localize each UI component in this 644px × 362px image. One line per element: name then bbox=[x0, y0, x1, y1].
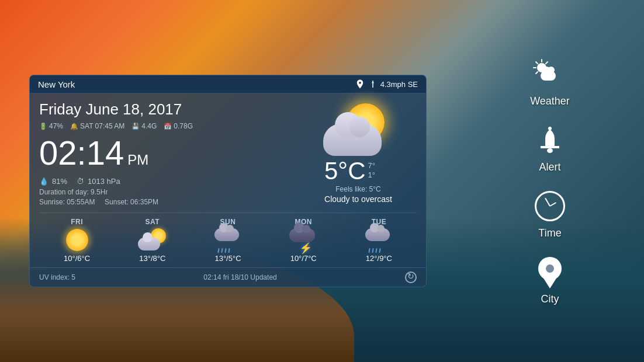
sidebar-item-alert[interactable]: Alert bbox=[512, 118, 588, 178]
status-row: 🔋 47% 🔔 SAT 07:45 AM 💾 4.4G 📅 bbox=[39, 122, 294, 130]
rain-drop-3 bbox=[224, 248, 226, 253]
weather-sidebar-icon bbox=[532, 57, 567, 92]
cloud-main bbox=[323, 124, 382, 156]
widget-footer: UV index: 5 02:14 fri 18/10 Updated bbox=[30, 267, 426, 287]
fri-label: FRI bbox=[71, 218, 83, 226]
city-sidebar-icon bbox=[532, 255, 567, 290]
forecast-sat: SAT 13°/8°C bbox=[115, 218, 190, 263]
fri-icon bbox=[63, 228, 92, 252]
tue-rain-drops bbox=[369, 248, 380, 253]
sat-temp: 13°/8°C bbox=[139, 254, 165, 263]
rain-drop-2 bbox=[221, 248, 223, 253]
weather-icon-container bbox=[532, 58, 567, 90]
fri-sun bbox=[66, 229, 88, 251]
weather-condition: Cloudy to overcast bbox=[324, 194, 392, 204]
sun-cloud-body bbox=[214, 228, 239, 241]
widget-left: Friday June 18, 2017 🔋 47% 🔔 SAT 07:45 A… bbox=[39, 100, 294, 208]
mon-temp: 10°/7°C bbox=[290, 254, 317, 263]
sd-icon: 💾 bbox=[131, 123, 140, 130]
temp-low: 1° bbox=[368, 170, 375, 179]
fri-temp: 10°/6°C bbox=[64, 254, 90, 263]
temp-display: 5°C 7° 1° Feels like: 5°C Cloudy to over… bbox=[324, 159, 392, 204]
sat-icon bbox=[138, 228, 167, 252]
current-temp: 5°C bbox=[324, 159, 366, 183]
widget-main: Friday June 18, 2017 🔋 47% 🔔 SAT 07:45 A… bbox=[30, 93, 426, 213]
mon-thunder: ⚡ bbox=[289, 228, 318, 255]
humidity-pressure-row: 💧 81% ⏱ 1013 hPa bbox=[39, 177, 294, 186]
rain-drop-4 bbox=[228, 248, 230, 253]
tue-icon bbox=[364, 228, 393, 252]
main-layout: New York 4.3mph SE Friday June 18, bbox=[0, 0, 644, 362]
tue-rain bbox=[364, 228, 393, 253]
widget-area: New York 4.3mph SE Friday June 18, bbox=[0, 0, 456, 362]
mon-icon: ⚡ bbox=[289, 228, 318, 252]
sun-rain bbox=[213, 228, 243, 253]
day-duration: Duration of day: 9.5Hr bbox=[39, 188, 294, 196]
sidebar-item-weather[interactable]: Weather bbox=[512, 52, 588, 112]
rain-drop-1 bbox=[217, 248, 219, 253]
svg-point-16 bbox=[546, 264, 554, 273]
sun-temp: 13°/5°C bbox=[214, 254, 241, 263]
wind-speed: 4.3mph SE bbox=[380, 80, 418, 89]
lightning-bolt: ⚡ bbox=[299, 243, 312, 253]
temp-high: 7° bbox=[368, 161, 375, 170]
calendar-icon: 📅 bbox=[164, 123, 172, 130]
alarm-status: 🔔 SAT 07:45 AM bbox=[70, 122, 124, 130]
forecast-fri: FRI 10°/6°C bbox=[39, 218, 115, 263]
battery-status: 🔋 47% bbox=[39, 122, 63, 130]
bell-svg bbox=[535, 125, 565, 155]
sun-icon bbox=[213, 228, 243, 252]
svg-point-13 bbox=[548, 127, 552, 130]
temp-range: 7° 1° bbox=[368, 159, 375, 179]
svg-marker-17 bbox=[543, 277, 557, 288]
refresh-button[interactable] bbox=[405, 272, 417, 283]
tue-rain-drop-1 bbox=[369, 248, 371, 253]
widget-header: New York 4.3mph SE bbox=[30, 75, 426, 93]
clock-svg bbox=[535, 191, 565, 221]
alert-sidebar-icon bbox=[532, 123, 567, 158]
wind-info: 4.3mph SE bbox=[355, 79, 418, 89]
pressure: 1013 hPa bbox=[88, 177, 120, 186]
forecast-tue: TUE 12°/9°C bbox=[341, 218, 417, 263]
city-label: City bbox=[541, 293, 559, 305]
time-value: 02:14 bbox=[39, 136, 124, 170]
pin-svg bbox=[538, 256, 562, 288]
weather-label: Weather bbox=[530, 95, 570, 107]
tue-rain-drop-2 bbox=[372, 248, 374, 253]
weather-details: 💧 81% ⏱ 1013 hPa Duration of day: 9.5Hr … bbox=[39, 177, 294, 206]
alarm-icon: 🔔 bbox=[70, 123, 78, 130]
forecast-mon: MON ⚡ 10°/7°C bbox=[266, 218, 341, 263]
date-display: Friday June 18, 2017 bbox=[39, 100, 294, 119]
forecast-row: FRI 10°/6°C SAT 13°/8°C bbox=[30, 213, 426, 267]
updated-time: 02:14 fri 18/10 Updated bbox=[203, 273, 276, 281]
city-name: New York bbox=[38, 79, 75, 89]
mon-cloud bbox=[289, 228, 315, 242]
sat-cloud bbox=[138, 238, 160, 250]
temp-main: 5°C 7° 1° bbox=[324, 159, 392, 183]
sun-times: Sunrise: 05:55AM Sunset: 06:35PM bbox=[39, 198, 294, 206]
sat-label: SAT bbox=[146, 218, 160, 226]
sat-sun-cloud bbox=[138, 228, 167, 250]
uv-index: UV index: 5 bbox=[39, 273, 75, 281]
tue-rain-drop-3 bbox=[376, 248, 378, 253]
sidebar-item-city[interactable]: City bbox=[512, 250, 588, 310]
svg-line-8 bbox=[546, 62, 548, 64]
humidity: 81% bbox=[52, 177, 67, 186]
time-display: 02:14 PM bbox=[39, 136, 294, 170]
time-ampm: PM bbox=[127, 153, 148, 167]
current-weather-icon bbox=[323, 103, 393, 156]
sun-rain-drops bbox=[218, 248, 230, 253]
tue-temp: 12°/9°C bbox=[366, 254, 392, 263]
battery-icon: 🔋 bbox=[39, 123, 47, 130]
sun-rays-svg bbox=[532, 58, 557, 83]
svg-line-6 bbox=[536, 62, 538, 64]
svg-point-14 bbox=[547, 148, 553, 153]
feels-like: Feels like: 5°C bbox=[324, 185, 392, 193]
storage-status: 💾 4.4G bbox=[131, 122, 157, 130]
svg-line-9 bbox=[536, 72, 538, 74]
time-label: Time bbox=[538, 227, 561, 239]
time-sidebar-icon bbox=[532, 189, 567, 224]
alert-label: Alert bbox=[539, 161, 560, 173]
sidebar-item-time[interactable]: Time bbox=[512, 184, 588, 244]
wind-icon bbox=[355, 79, 365, 89]
